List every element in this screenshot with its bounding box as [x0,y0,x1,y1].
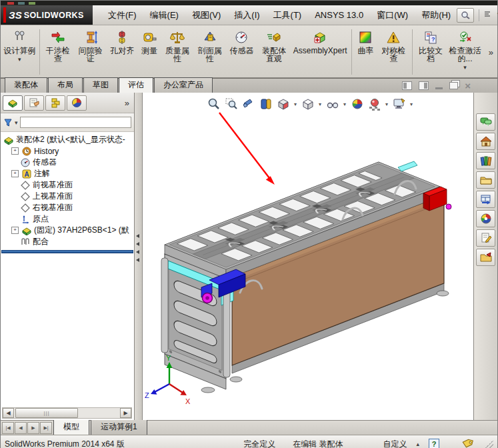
quick-tips-help-icon[interactable]: ? [429,439,439,448]
dropdown-icon[interactable]: ▾ [343,101,346,107]
forum-icon[interactable] [476,113,495,131]
tree-row-top-plane[interactable]: 上视基准面 [1,191,134,202]
tab-model[interactable]: 模型 [53,419,89,435]
menu-file[interactable]: 文件(F) [102,7,143,23]
home-resources-icon[interactable] [476,133,495,150]
model-canvas[interactable]: Y Z X [143,93,473,420]
toolbar-sensor[interactable]: 传感器 [226,27,257,77]
filter-funnel-icon[interactable] [3,118,13,127]
tree-row-history[interactable]: + History [1,145,134,157]
filter-input[interactable] [20,117,131,128]
nav-last-button[interactable]: ▶| [40,422,52,434]
expand-icon[interactable]: + [11,147,19,155]
menu-help[interactable]: 帮助(H) [415,7,457,23]
tab-sketch[interactable]: 草图 [83,77,118,93]
resize-grip[interactable] [485,440,493,448]
tree-row-component[interactable]: + (固定) 37AH2P6SB<1> (默 [1,225,134,236]
splitter-arrows[interactable] [136,234,139,262]
nav-prev-button[interactable]: ◀ [15,422,27,434]
custom-units-selector[interactable]: 自定义 [383,439,407,448]
tree-row-mates[interactable]: 配合 [1,236,134,247]
toolbar-curvature[interactable]: 曲率 [354,27,377,77]
file-explorer-icon[interactable] [476,171,495,189]
edit-appearance-icon[interactable] [350,97,364,111]
tags-icon[interactable] [462,439,473,448]
toolbar-check-active[interactable]: 检查激活的... ▾ [447,27,483,77]
menu-edit[interactable]: 编辑(E) [144,7,185,23]
toolbar-clearance-verify[interactable]: 间隙验证 [74,27,107,77]
toolbar-assembly-visualization[interactable]: 装配体直观 [257,27,291,77]
toolbar-symmetry-check[interactable]: 对称检查 [377,27,410,77]
tree-row-origin[interactable]: 原点 [1,213,134,225]
previous-view-icon[interactable] [241,97,255,111]
panel-overflow-button[interactable]: » [125,98,132,108]
tree-row-front-plane[interactable]: 前视基准面 [1,179,134,191]
hide-show-items-icon[interactable] [325,97,339,111]
view-settings-icon[interactable] [392,97,406,111]
tab-layout[interactable]: 布局 [48,77,83,93]
zoom-area-icon[interactable] [224,97,238,111]
propertymanager-tab[interactable] [24,95,44,111]
collapse-left-pane-icon[interactable] [402,81,412,90]
tab-motion-study[interactable]: 运动算例1 [91,419,147,435]
dropdown-icon[interactable]: ▾ [294,101,297,107]
zoom-fit-icon[interactable] [207,97,221,111]
tab-evaluate[interactable]: 评估 [119,77,153,93]
expand-icon[interactable]: + [11,170,19,177]
tree-row-right-plane[interactable]: 右视基准面 [1,202,134,213]
apply-scene-icon[interactable] [367,97,381,111]
section-view-icon[interactable] [259,97,273,111]
toolbar-assemblyxpert[interactable]: AssemblyXpert [291,27,349,77]
units-up-arrow-icon[interactable]: ▴ [416,441,419,447]
nav-first-button[interactable]: |◀ [2,422,14,434]
document-close-button[interactable]: × [465,81,471,91]
toolbar-measure[interactable]: 测量 [138,27,161,77]
toolbar-compare-documents[interactable]: ? 比较文档 [415,27,447,77]
toolbar-overflow-button[interactable]: » [486,46,496,59]
featuremanager-tree-tab[interactable] [3,95,23,111]
appearances-scenes-icon[interactable] [476,210,495,227]
view-palette-icon[interactable] [476,191,495,208]
menu-window[interactable]: 窗口(W) [371,7,414,23]
dropdown-icon[interactable]: ▾ [410,101,413,107]
panel-splitter[interactable] [135,93,143,420]
toolbar-design-study[interactable]: 设计算例 ▾ [2,27,37,77]
scroll-thumb[interactable]: ||| [15,408,78,418]
menu-ansys[interactable]: ANSYS 13.0 [309,8,369,22]
tree-row-root[interactable]: 装配体2 (默认<默认_显示状态- [1,134,134,145]
view-orientation-icon[interactable] [276,97,290,111]
tab-assembly[interactable]: 装配体 [5,77,47,93]
nav-next-button[interactable]: ▶ [27,422,39,434]
rollback-bar[interactable] [1,250,133,253]
dropdown-icon[interactable]: ▾ [385,101,388,107]
document-minimize-button[interactable] [435,87,443,89]
design-library-icon[interactable] [476,152,495,169]
display-style-icon[interactable] [301,97,315,111]
tree-horizontal-scrollbar[interactable]: ◀ ||| ▶ [2,407,132,419]
scroll-left-arrow[interactable]: ◀ [3,408,14,418]
study-nav-buttons: |◀ ◀ ▶ ▶| [2,422,52,434]
collapse-right-pane-icon[interactable] [419,81,429,90]
tab-office-products[interactable]: 办公室产品 [154,77,213,93]
expand-icon[interactable]: + [11,227,19,234]
filter-dropdown-icon[interactable]: ▾ [15,119,18,126]
displaymanager-tab[interactable] [67,95,87,111]
tree-row-sensors[interactable]: 传感器 [1,157,134,168]
toolbar-mass-properties[interactable]: 质量属性 [161,27,194,77]
configurationmanager-tab[interactable] [45,95,65,111]
toolbar-section-properties[interactable]: 剖面属性 [193,27,226,77]
search-pin-icon[interactable] [457,8,474,23]
quick-tips-icon[interactable] [484,10,492,20]
document-restore-button[interactable] [449,82,458,89]
document-recovery-icon[interactable] [476,249,495,266]
dropdown-icon[interactable]: ▾ [319,101,321,107]
graphics-viewport[interactable]: ▾ ▾ ▾ ▾ ▾ [143,93,473,420]
toolbar-interference-check[interactable]: 干涉检查 [42,27,75,77]
menu-insert[interactable]: 插入(I) [228,7,265,23]
scroll-right-arrow[interactable]: ▶ [120,408,131,418]
menu-view[interactable]: 视图(V) [186,7,227,23]
toolbar-hole-alignment[interactable]: 孔对齐 [107,27,138,77]
custom-properties-icon[interactable] [476,229,495,247]
tree-row-annotations[interactable]: + A 注解 [1,168,134,179]
menu-tools[interactable]: 工具(T) [267,7,308,23]
